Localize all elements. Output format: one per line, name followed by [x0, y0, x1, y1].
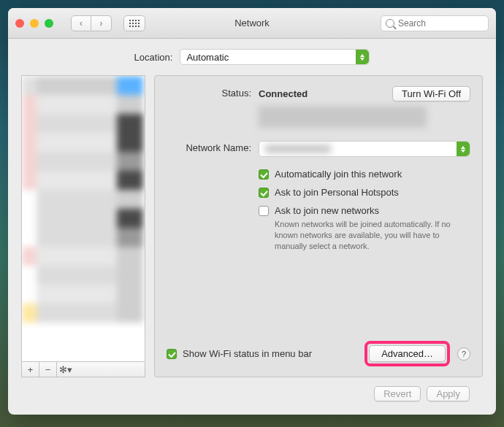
show-all-button[interactable]: [123, 15, 145, 31]
checkbox-icon: [259, 188, 269, 198]
gear-icon: ✻▾: [59, 364, 72, 375]
zoom-icon[interactable]: [45, 19, 53, 28]
back-button[interactable]: ‹: [71, 15, 91, 31]
show-wifi-menubar-label: Show Wi-Fi status in menu bar: [183, 348, 312, 359]
checkbox-icon: [259, 169, 269, 180]
checkbox-icon: [259, 206, 269, 216]
remove-interface-button[interactable]: −: [39, 362, 57, 377]
interface-detail-panel: Status: Connected Turn Wi-Fi Off Network…: [154, 75, 483, 377]
ask-new-networks-checkbox[interactable]: Ask to join new networks: [259, 205, 470, 216]
location-popup[interactable]: Automatic: [180, 49, 370, 65]
window-controls: [15, 19, 53, 28]
interface-list[interactable]: [21, 75, 145, 361]
checkbox-icon: [167, 349, 177, 359]
apply-button[interactable]: Apply: [427, 386, 470, 401]
search-input[interactable]: [398, 18, 484, 28]
show-wifi-menubar-checkbox[interactable]: Show Wi-Fi status in menu bar: [167, 348, 312, 359]
search-field[interactable]: [381, 15, 489, 31]
wifi-toggle-button[interactable]: Turn Wi-Fi Off: [392, 86, 470, 101]
add-interface-button[interactable]: +: [22, 362, 39, 377]
network-name-label: Network Name:: [167, 141, 251, 153]
interface-toolbar: + − ✻▾: [21, 361, 145, 377]
chevron-updown-icon: [457, 142, 470, 156]
help-icon: ?: [462, 350, 466, 358]
location-row: Location: Automatic: [21, 49, 483, 65]
network-preferences-window: ‹ › Network Location: Automatic: [8, 8, 496, 415]
advanced-button[interactable]: Advanced…: [369, 345, 446, 362]
help-button[interactable]: ?: [457, 347, 470, 361]
minimize-icon[interactable]: [30, 19, 39, 28]
auto-join-checkbox[interactable]: Automatically join this network: [259, 169, 470, 180]
auto-join-label: Automatically join this network: [275, 169, 402, 180]
ask-hotspot-checkbox[interactable]: Ask to join Personal Hotspots: [259, 187, 470, 198]
status-label: Status:: [167, 86, 251, 99]
ask-hotspot-label: Ask to join Personal Hotspots: [275, 187, 399, 198]
location-value: Automatic: [186, 52, 229, 63]
status-value: Connected: [259, 88, 308, 99]
grid-icon: [129, 20, 140, 27]
titlebar: ‹ › Network: [8, 8, 496, 39]
close-icon[interactable]: [15, 19, 24, 28]
interface-actions-menu[interactable]: ✻▾: [57, 362, 75, 377]
ask-new-networks-hint: Known networks will be joined automatica…: [275, 219, 465, 252]
highlight-annotation: Advanced…: [364, 341, 450, 366]
search-icon: [386, 19, 394, 28]
location-label: Location:: [134, 52, 173, 63]
ask-new-networks-label: Ask to join new networks: [275, 205, 379, 216]
forward-button[interactable]: ›: [91, 15, 112, 31]
network-name-popup[interactable]: [259, 141, 470, 157]
chevron-updown-icon: [356, 50, 369, 64]
revert-button[interactable]: Revert: [374, 386, 421, 401]
dialog-footer: Revert Apply: [21, 377, 483, 401]
nav-buttons: ‹ ›: [71, 15, 112, 31]
